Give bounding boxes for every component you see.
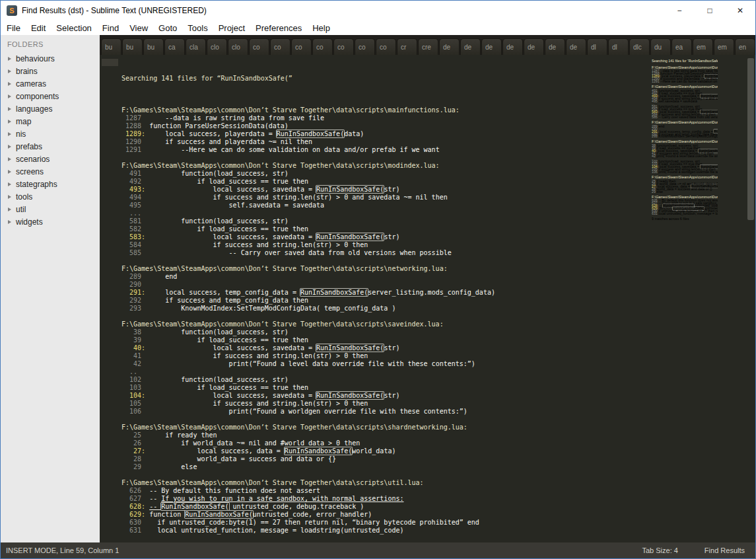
editor-tab-27[interactable]: ea: [671, 38, 692, 55]
sidebar-folder-widgets[interactable]: widgets: [1, 215, 100, 228]
editor-tab-1[interactable]: bu: [122, 38, 143, 55]
result-line[interactable]: 585 -- Carry over saved data from old ve…: [121, 249, 755, 257]
folder-expand-arrow-icon[interactable]: [8, 82, 11, 86]
result-line[interactable]: 106 print(“Found a worldgen override fil…: [121, 408, 755, 416]
result-line[interactable]: 583: local success, savedata = RunInSand…: [121, 233, 755, 241]
folder-expand-arrow-icon[interactable]: [8, 157, 11, 161]
folder-expand-arrow-icon[interactable]: [8, 145, 11, 149]
result-line[interactable]: 27: local success, data = RunInSandboxSa…: [121, 447, 755, 455]
editor-tab-26[interactable]: du: [650, 38, 671, 55]
vertical-scrollbar[interactable]: [747, 55, 755, 542]
result-line[interactable]: 631 local untrusted_function, message = …: [121, 527, 755, 535]
menu-item-goto[interactable]: Goto: [153, 23, 182, 33]
syntax-indicator[interactable]: Find Results: [704, 546, 745, 554]
minimize-button[interactable]: −: [664, 1, 695, 20]
result-line[interactable]: 290: [121, 281, 755, 289]
sidebar-folder-screens[interactable]: screens: [1, 165, 100, 178]
result-line[interactable]: 292 if success and temp_config_data then: [121, 297, 755, 305]
result-file-path[interactable]: F:\Games\Steam\SteamApps\common\Don’t St…: [121, 265, 755, 273]
editor-tab-16[interactable]: de: [439, 38, 460, 55]
result-line[interactable]: 40: local success, savedata = RunInSandb…: [121, 344, 755, 352]
editor-tab-4[interactable]: cla: [186, 38, 206, 55]
editor-tab-22[interactable]: de: [566, 38, 586, 55]
sidebar-folder-cameras[interactable]: cameras: [1, 77, 100, 90]
editor-tab-3[interactable]: ca: [164, 38, 185, 55]
editor-tab-21[interactable]: de: [545, 38, 565, 55]
editor-tab-25[interactable]: dlc: [629, 38, 650, 55]
result-line[interactable]: 630 if untrusted_code:byte(1) == 27 then…: [121, 519, 755, 527]
result-line[interactable]: 28 world_data = success and data or {}: [121, 455, 755, 463]
result-line[interactable]: 105 if success and string.len(str) > 0 t…: [121, 400, 755, 408]
result-line[interactable]: 25 if ready then: [121, 431, 755, 439]
editor-tab-18[interactable]: de: [481, 38, 502, 55]
menu-item-selection[interactable]: Selection: [51, 23, 96, 33]
editor-tab-28[interactable]: em: [693, 38, 713, 55]
close-button[interactable]: ✕: [725, 1, 755, 20]
menu-item-view[interactable]: View: [124, 23, 153, 33]
sidebar-folder-scenarios[interactable]: scenarios: [1, 153, 100, 165]
editor-tab-2[interactable]: bu: [143, 38, 164, 55]
result-line[interactable]: 582 if load_success == true then: [121, 225, 755, 233]
minimap[interactable]: Searching 141 files for “RunInSandboxSaf…: [652, 59, 718, 224]
result-line[interactable]: 584 if success and string.len(str) > 0 t…: [121, 241, 755, 249]
editor-tab-8[interactable]: co: [270, 38, 291, 55]
editor-tab-20[interactable]: de: [524, 38, 544, 55]
sidebar-folder-behaviours[interactable]: behaviours: [1, 52, 100, 65]
sidebar-folder-tools[interactable]: tools: [1, 190, 100, 203]
sidebar-folder-prefabs[interactable]: prefabs: [1, 140, 100, 153]
editor-tab-6[interactable]: clo: [228, 38, 248, 55]
editor-tab-24[interactable]: dl: [608, 38, 629, 55]
sidebar-folder-stategraphs[interactable]: stategraphs: [1, 178, 100, 190]
editor-tab-19[interactable]: de: [502, 38, 523, 55]
result-line[interactable]: 629: function RunInSandboxSafe(untrusted…: [121, 511, 755, 519]
result-line[interactable]: 38 function(load_success, str): [121, 328, 755, 336]
editor-tab-12[interactable]: co: [355, 38, 375, 55]
folder-expand-arrow-icon[interactable]: [8, 57, 11, 61]
sidebar-folder-util[interactable]: util: [1, 203, 100, 215]
menu-item-edit[interactable]: Edit: [26, 23, 51, 33]
result-line[interactable]: 293 KnownModIndex:SetTempModConfigData( …: [121, 305, 755, 313]
sidebar-folder-nis[interactable]: nis: [1, 128, 100, 140]
sidebar-folder-map[interactable]: map: [1, 115, 100, 128]
result-line[interactable]: 104: local success, savedata = RunInSand…: [121, 392, 755, 400]
result-gap[interactable]: ..: [121, 368, 755, 376]
editor-tab-15[interactable]: cre: [418, 38, 438, 55]
editor-tab-30[interactable]: en: [735, 38, 755, 55]
result-line[interactable]: 289 end: [121, 273, 755, 281]
scrollbar-thumb[interactable]: [747, 58, 754, 220]
result-line[interactable]: 41 if success and string.len(str) > 0 th…: [121, 352, 755, 360]
result-line[interactable]: 39 if load_success == true then: [121, 336, 755, 344]
editor-tab-29[interactable]: em: [714, 38, 734, 55]
result-file-path[interactable]: F:\Games\Steam\SteamApps\common\Don’t St…: [121, 424, 755, 431]
folder-expand-arrow-icon[interactable]: [8, 94, 11, 98]
result-line[interactable]: 42 print(“Found a level data override fi…: [121, 360, 755, 368]
editor-tab-7[interactable]: co: [249, 38, 269, 55]
folder-expand-arrow-icon[interactable]: [8, 220, 11, 224]
result-line[interactable]: 26 if world_data ~= nil and #world_data …: [121, 439, 755, 447]
find-results-view[interactable]: Searching 141 files for “RunInSandboxSaf…: [100, 55, 755, 542]
result-line[interactable]: 29 else: [121, 463, 755, 471]
editor-tab-0[interactable]: bu: [101, 38, 121, 55]
result-line[interactable]: 627 -- If you wish to run in a safe sand…: [121, 495, 755, 503]
sidebar-folder-brains[interactable]: brains: [1, 65, 100, 77]
title-bar[interactable]: S Find Results (dst) - Sublime Text (UNR…: [1, 1, 755, 20]
sidebar-folder-languages[interactable]: languages: [1, 102, 100, 115]
result-file-path[interactable]: F:\Games\Steam\SteamApps\common\Don’t St…: [121, 479, 755, 487]
editor-tab-14[interactable]: cr: [397, 38, 417, 55]
result-line[interactable]: 291: local success, temp_config_data = R…: [121, 289, 755, 297]
result-line[interactable]: 102 function(load_success, str): [121, 376, 755, 384]
maximize-button[interactable]: □: [695, 1, 725, 20]
menu-item-help[interactable]: Help: [307, 23, 335, 33]
folder-expand-arrow-icon[interactable]: [8, 132, 11, 136]
folder-expand-arrow-icon[interactable]: [8, 120, 11, 124]
result-line[interactable]: 628: -- RunInSandboxSafe( untrusted_code…: [121, 503, 755, 511]
menu-item-tools[interactable]: Tools: [182, 23, 213, 33]
sidebar-folder-components[interactable]: components: [1, 90, 100, 102]
result-line[interactable]: 626 -- By default this function does not…: [121, 487, 755, 495]
result-line[interactable]: 103 if load_success == true then: [121, 384, 755, 392]
folder-expand-arrow-icon[interactable]: [8, 182, 11, 186]
editor-tab-5[interactable]: clo: [207, 38, 227, 55]
editor-tab-9[interactable]: co: [291, 38, 312, 55]
folder-expand-arrow-icon[interactable]: [8, 69, 11, 73]
menu-item-find[interactable]: Find: [97, 23, 124, 33]
